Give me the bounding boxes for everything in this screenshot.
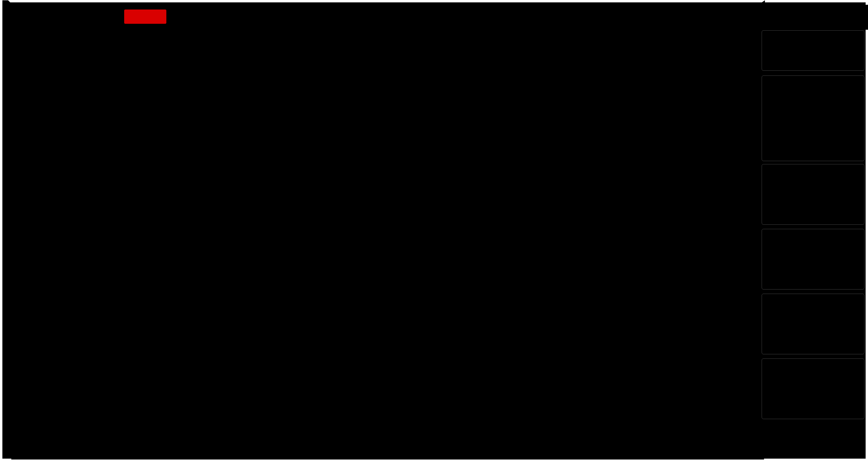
- channel-4-position-marker[interactable]: [2, 0, 14, 11]
- trigger-source-badge[interactable]: [852, 90, 859, 92]
- acquisition-panel[interactable]: [762, 30, 864, 71]
- channel-4-panel[interactable]: [762, 358, 864, 419]
- rising-edge-icon: [767, 111, 781, 124]
- channel-3-coupling-badge[interactable]: [852, 304, 859, 306]
- waveform-display: [11, 31, 764, 460]
- channel-3-panel[interactable]: [762, 294, 864, 354]
- scope-screen: [2, 2, 866, 459]
- channel-2-panel[interactable]: [762, 229, 864, 289]
- sample-rate-readout: [776, 33, 861, 50]
- memory-depth-readout: [776, 50, 861, 67]
- trigger-level-marker[interactable]: [757, 0, 765, 11]
- acquisition-status-badge[interactable]: [124, 9, 166, 24]
- channel-4-coupling-badge[interactable]: [852, 369, 859, 371]
- timebase-readout: [177, 11, 202, 24]
- top-status-bar: [5, 5, 868, 30]
- channel-2-coupling-badge[interactable]: [852, 239, 859, 241]
- channel-1-panel[interactable]: [762, 164, 864, 225]
- trigger-panel[interactable]: [762, 76, 864, 161]
- channel-1-coupling-badge[interactable]: [852, 174, 859, 176]
